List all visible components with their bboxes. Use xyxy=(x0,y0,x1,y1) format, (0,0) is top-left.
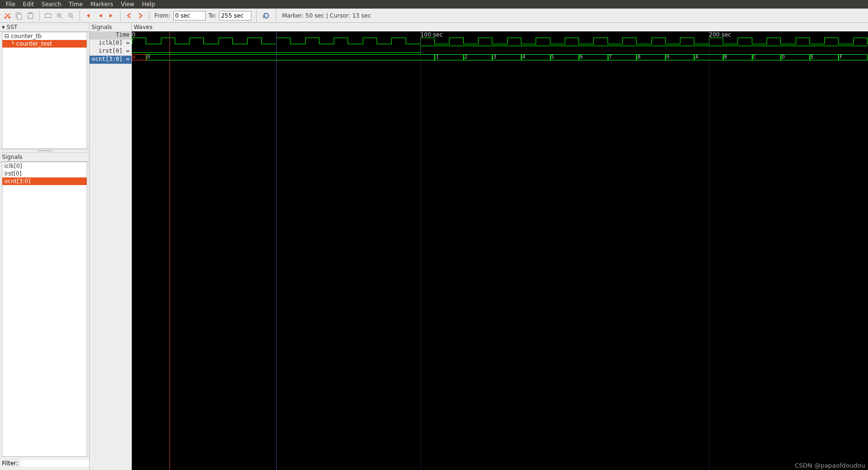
to-input[interactable] xyxy=(219,11,251,20)
to-label: To: xyxy=(208,12,218,19)
separator xyxy=(276,9,276,22)
wave-row: x0123456789ABCDEF xyxy=(132,53,868,61)
signal-row[interactable]: ocnt[3:0] = xyxy=(90,56,131,64)
vgrid xyxy=(420,31,421,470)
watermark: CSDN @papaofdoudou xyxy=(795,462,865,469)
hierarchy-tree[interactable]: ⊟ counter_tb└ counter_test xyxy=(2,32,87,149)
signal-row[interactable]: Time xyxy=(90,31,131,39)
from-label: From: xyxy=(153,12,171,19)
separator xyxy=(256,9,257,22)
separator xyxy=(39,10,40,21)
marker-cursor-status: Marker: 50 sec | Cursor: 13 sec xyxy=(281,12,372,19)
paste-icon[interactable] xyxy=(26,11,35,20)
marker-line[interactable] xyxy=(276,31,277,470)
menu-time[interactable]: Time xyxy=(65,0,87,8)
menu-help[interactable]: Help xyxy=(138,0,159,8)
signals-mid-header: Signals xyxy=(90,23,131,31)
wave-row xyxy=(132,45,868,53)
zoom-in-icon[interactable] xyxy=(55,11,64,20)
left-panel: ▾ SST ⊟ counter_tb└ counter_test Signals… xyxy=(0,23,89,470)
menu-search[interactable]: Search xyxy=(38,0,65,8)
signal-item[interactable]: iclk[0] xyxy=(2,162,87,170)
menu-edit[interactable]: Edit xyxy=(19,0,38,8)
sst-header: ▾ SST xyxy=(0,23,89,32)
cut-icon[interactable] xyxy=(3,11,12,20)
copy-icon[interactable] xyxy=(14,11,24,20)
svg-rect-5 xyxy=(30,12,31,14)
separator xyxy=(149,10,150,21)
signal-row[interactable]: irst[0] = xyxy=(90,48,131,56)
zoom-out-icon[interactable] xyxy=(66,11,76,20)
step-forward-icon[interactable] xyxy=(136,11,145,20)
svg-rect-6 xyxy=(45,14,51,18)
step-back-icon[interactable] xyxy=(124,11,134,20)
vgrid xyxy=(709,31,709,470)
time-scale: 0100 sec200 sec xyxy=(132,31,868,37)
signal-item[interactable]: ocnt[3:0] xyxy=(2,177,87,185)
signal-item[interactable]: irst[0] xyxy=(2,170,87,177)
waves-panel: Waves 0100 sec200 sec x0123456789ABCDEF … xyxy=(131,23,868,470)
from-input[interactable] xyxy=(173,11,206,20)
separator xyxy=(120,10,120,21)
tree-item-counter_test[interactable]: └ counter_test xyxy=(2,40,87,48)
wave-canvas[interactable]: 0100 sec200 sec x0123456789ABCDEF CSDN @… xyxy=(132,31,868,470)
menu-markers[interactable]: Markers xyxy=(87,0,117,8)
menu-view[interactable]: View xyxy=(117,0,138,8)
svg-rect-3 xyxy=(18,14,21,19)
toolbar: From: To: Marker: 50 sec | Cursor: 13 se… xyxy=(0,9,868,23)
reload-icon[interactable] xyxy=(261,11,271,20)
separator xyxy=(80,10,80,21)
zoom-fit-icon[interactable] xyxy=(43,11,53,20)
tree-item-counter_tb[interactable]: ⊟ counter_tb xyxy=(2,32,87,40)
menu-file[interactable]: File xyxy=(2,0,19,8)
filter-input[interactable] xyxy=(20,459,95,468)
splitter[interactable] xyxy=(0,149,89,153)
signals-lower-header: Signals xyxy=(0,153,89,162)
signal-row[interactable]: iclk[0] = xyxy=(90,39,131,48)
chevron-down-icon[interactable]: ▾ xyxy=(2,24,5,30)
cursor-line[interactable] xyxy=(170,31,170,470)
wave-row xyxy=(132,37,868,45)
undo-icon[interactable] xyxy=(84,11,93,20)
waves-header: Waves xyxy=(132,23,868,31)
signal-names-panel: Signals Timeiclk[0] =irst[0] =ocnt[3:0] … xyxy=(89,23,131,470)
filter-label: Filter: xyxy=(2,460,18,467)
go-start-icon[interactable] xyxy=(95,11,105,20)
menubar: FileEditSearchTimeMarkersViewHelp xyxy=(0,0,868,9)
go-end-icon[interactable] xyxy=(107,11,116,20)
signals-list[interactable]: iclk[0]irst[0]ocnt[3:0] xyxy=(2,162,87,457)
